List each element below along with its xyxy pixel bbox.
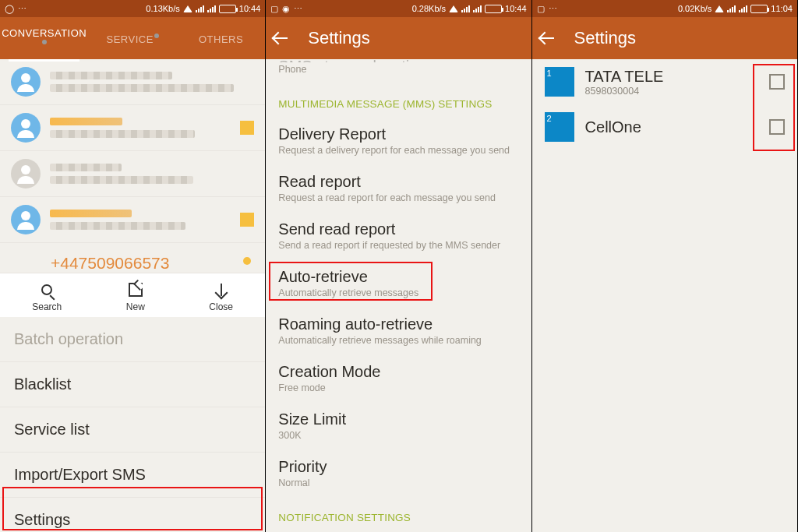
- tab-bar: CONVERSATION SERVICE OTHERS: [0, 17, 265, 59]
- status-bar: ▢ ◉ ⋯ 0.28Kb/s 10:44: [266, 0, 531, 17]
- setting-delivery-report[interactable]: Delivery Report Request a delivery repor…: [266, 118, 531, 165]
- battery-icon: [485, 5, 502, 13]
- more-icon: ⋯: [549, 4, 558, 14]
- setting-sms-storage[interactable]: SMS storage location Phone: [266, 50, 531, 84]
- clock: 11:04: [771, 4, 793, 13]
- signal2-icon: [473, 5, 482, 12]
- tab-service-label: SERVICE: [106, 33, 153, 45]
- setting-creation-mode[interactable]: Creation Mode Free mode: [266, 355, 531, 403]
- signal2-icon: [739, 5, 747, 12]
- setting-title: Delivery Report: [278, 125, 518, 143]
- setting-subtitle: 300K: [278, 430, 518, 441]
- list-item[interactable]: [0, 105, 265, 151]
- panel-settings: ▢ ◉ ⋯ 0.28Kb/s 10:44 Settings SMS storag…: [266, 0, 531, 532]
- tab-conversation-label: CONVERSATION: [2, 27, 87, 39]
- partial-phone-number: +447509066573: [0, 243, 265, 273]
- back-button[interactable]: [540, 29, 559, 48]
- network-speed: 0.02Kb/s: [678, 4, 711, 13]
- signal1-icon: [196, 5, 204, 12]
- setting-title: Auto-retrieve: [278, 268, 518, 286]
- menu-batch-operation[interactable]: Batch operation: [0, 317, 265, 362]
- location-icon: ◉: [282, 4, 290, 14]
- menu-service-list[interactable]: Service list: [0, 407, 265, 453]
- sim-icon: 2: [545, 112, 574, 142]
- setting-subtitle: Send a read report if requested by the M…: [278, 240, 518, 251]
- more-icon: ⋯: [18, 4, 27, 14]
- search-label: Search: [32, 301, 62, 312]
- more-icon: ⋯: [294, 4, 303, 14]
- setting-read-report[interactable]: Read report Request a read report for ea…: [266, 165, 531, 213]
- sim-name: CellOne: [585, 118, 641, 136]
- close-label: Close: [209, 301, 233, 312]
- network-speed: 0.28Kb/s: [412, 4, 446, 13]
- page-title: Settings: [574, 28, 637, 48]
- new-label: New: [126, 301, 145, 312]
- tab-others-label: OTHERS: [199, 33, 243, 45]
- action-bar: Search New Close: [0, 273, 265, 317]
- menu-sheet: Batch operation Blacklist Service list I…: [0, 317, 265, 532]
- search-icon: [41, 284, 52, 295]
- search-button[interactable]: Search: [32, 280, 62, 312]
- tab-others[interactable]: OTHERS: [177, 21, 265, 56]
- tab-conversation[interactable]: CONVERSATION: [0, 15, 88, 62]
- setting-send-read-report[interactable]: Send read report Send a read report if r…: [266, 213, 531, 260]
- sim-item-1[interactable]: 1 TATA TELE 8598030004: [532, 59, 797, 104]
- setting-subtitle: Automatically retrieve messages: [278, 287, 518, 298]
- app-icon: ◯: [5, 4, 14, 14]
- unread-badge: [240, 121, 254, 135]
- avatar: [11, 205, 41, 234]
- setting-subtitle: Automatically retrieve messages while ro…: [278, 335, 518, 346]
- battery-icon: [219, 5, 236, 13]
- avatar: [11, 67, 41, 97]
- sim-icon: 1: [545, 67, 574, 97]
- setting-storage-value: Phone: [278, 64, 518, 75]
- checkbox[interactable]: [769, 119, 785, 135]
- setting-size-limit[interactable]: Size Limit 300K: [266, 403, 531, 450]
- sim-name: TATA TELE: [585, 68, 664, 86]
- menu-blacklist[interactable]: Blacklist: [0, 362, 265, 407]
- compose-icon: [129, 283, 143, 297]
- close-button[interactable]: Close: [209, 280, 233, 312]
- sim-item-2[interactable]: 2 CellOne: [532, 104, 797, 150]
- setting-title: Send read report: [278, 220, 518, 238]
- setting-subtitle: Request a delivery report for each messa…: [278, 145, 518, 156]
- wifi-icon: [715, 5, 724, 12]
- wifi-icon: [449, 5, 458, 12]
- back-button[interactable]: [274, 29, 292, 48]
- battery-icon: [750, 5, 768, 13]
- avatar: [11, 113, 41, 143]
- list-item[interactable]: [0, 59, 265, 105]
- setting-priority[interactable]: Priority Normal: [266, 450, 531, 498]
- setting-subtitle: Request a read report for each message y…: [278, 192, 518, 203]
- new-button[interactable]: New: [126, 280, 145, 312]
- checkbox[interactable]: [769, 74, 785, 90]
- list-item[interactable]: [0, 197, 265, 243]
- signal2-icon: [207, 5, 216, 12]
- setting-title: Read report: [278, 173, 518, 191]
- menu-settings[interactable]: Settings: [0, 498, 265, 532]
- setting-title: Creation Mode: [278, 363, 518, 381]
- unread-badge: [240, 213, 254, 227]
- page-title: Settings: [308, 28, 370, 48]
- setting-subtitle: Normal: [278, 477, 518, 488]
- wifi-icon: [183, 5, 192, 12]
- gallery-icon: ▢: [270, 4, 278, 14]
- status-bar: ▢ ⋯ 0.02Kb/s 11:04: [532, 0, 797, 17]
- signal1-icon: [461, 5, 470, 12]
- setting-title: Roaming auto-retrieve: [278, 315, 518, 333]
- menu-import-export[interactable]: Import/Export SMS: [0, 453, 265, 498]
- list-item[interactable]: [0, 151, 265, 197]
- panel-conversation: ◯ ⋯ 0.13Kb/s 10:44 CONVERSATION SERVICE …: [0, 0, 266, 532]
- section-mms: MULTIMEDIA MESSAGE (MMS) SETTINGS: [266, 84, 531, 118]
- setting-title: Priority: [278, 458, 518, 476]
- network-speed: 0.13Kb/s: [146, 4, 179, 13]
- section-notification: NOTIFICATION SETTINGS: [266, 498, 531, 531]
- avatar: [11, 159, 41, 188]
- setting-subtitle: Free mode: [278, 382, 518, 393]
- chevron-down-icon: [215, 284, 228, 296]
- setting-auto-retrieve[interactable]: Auto-retrieve Automatically retrieve mes…: [266, 260, 531, 308]
- setting-title: Size Limit: [278, 410, 518, 428]
- setting-roaming-auto-retrieve[interactable]: Roaming auto-retrieve Automatically retr…: [266, 308, 531, 355]
- tab-service[interactable]: SERVICE: [88, 21, 176, 56]
- signal1-icon: [727, 5, 736, 12]
